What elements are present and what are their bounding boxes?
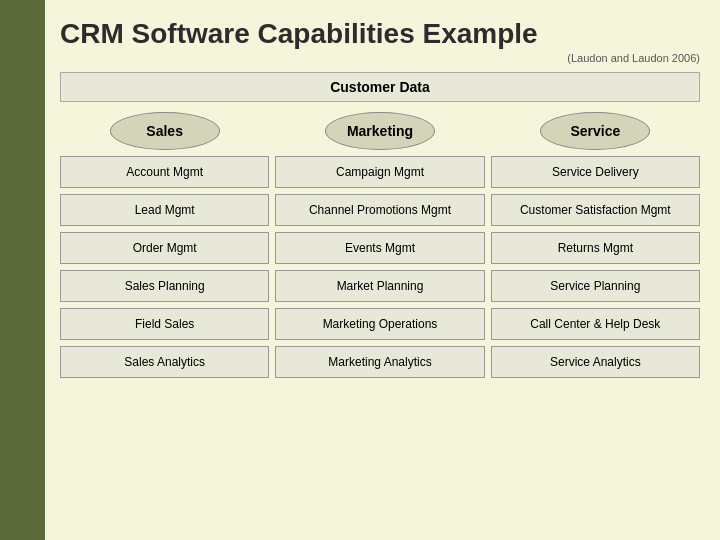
sales-oval: Sales: [110, 112, 220, 150]
marketing-oval: Marketing: [325, 112, 435, 150]
list-item: Events Mgmt: [275, 232, 484, 264]
list-item: Lead Mgmt: [60, 194, 269, 226]
list-item: Returns Mgmt: [491, 232, 700, 264]
list-item: Call Center & Help Desk: [491, 308, 700, 340]
list-item: Marketing Analytics: [275, 346, 484, 378]
list-item: Account Mgmt: [60, 156, 269, 188]
subtitle: (Laudon and Laudon 2006): [60, 52, 700, 64]
customer-data-box: Customer Data: [60, 72, 700, 102]
list-item: Service Delivery: [491, 156, 700, 188]
list-item: Customer Satisfaction Mgmt: [491, 194, 700, 226]
list-item: Channel Promotions Mgmt: [275, 194, 484, 226]
list-item: Order Mgmt: [60, 232, 269, 264]
columns-container: Sales Account Mgmt Lead Mgmt Order Mgmt …: [60, 112, 700, 378]
sales-column: Sales Account Mgmt Lead Mgmt Order Mgmt …: [60, 112, 269, 378]
service-oval: Service: [540, 112, 650, 150]
list-item: Market Planning: [275, 270, 484, 302]
list-item: Marketing Operations: [275, 308, 484, 340]
service-column: Service Service Delivery Customer Satisf…: [491, 112, 700, 378]
marketing-column: Marketing Campaign Mgmt Channel Promotio…: [275, 112, 484, 378]
list-item: Campaign Mgmt: [275, 156, 484, 188]
page: CRM Software Capabilities Example (Laudo…: [0, 0, 720, 540]
list-item: Service Planning: [491, 270, 700, 302]
page-title: CRM Software Capabilities Example: [60, 10, 700, 50]
list-item: Service Analytics: [491, 346, 700, 378]
left-bar: [0, 0, 45, 540]
list-item: Sales Planning: [60, 270, 269, 302]
list-item: Sales Analytics: [60, 346, 269, 378]
list-item: Field Sales: [60, 308, 269, 340]
